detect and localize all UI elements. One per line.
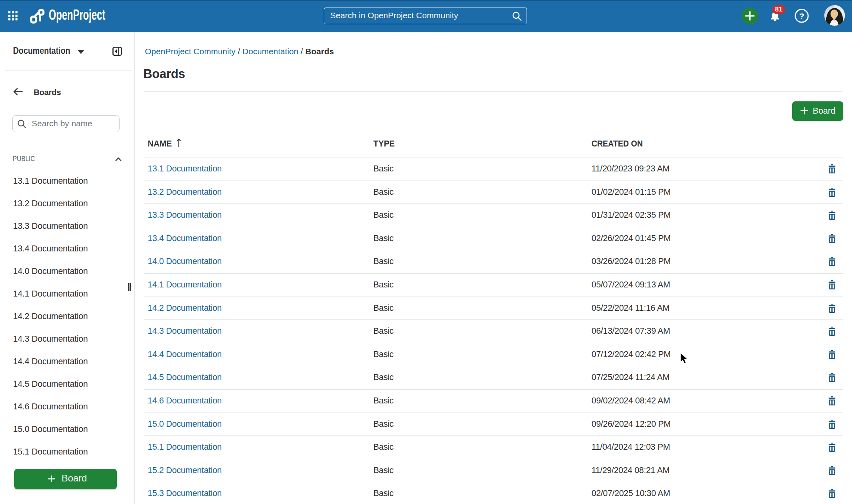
svg-text:OpenProject: OpenProject: [49, 7, 105, 23]
svg-text:?: ?: [799, 11, 804, 21]
